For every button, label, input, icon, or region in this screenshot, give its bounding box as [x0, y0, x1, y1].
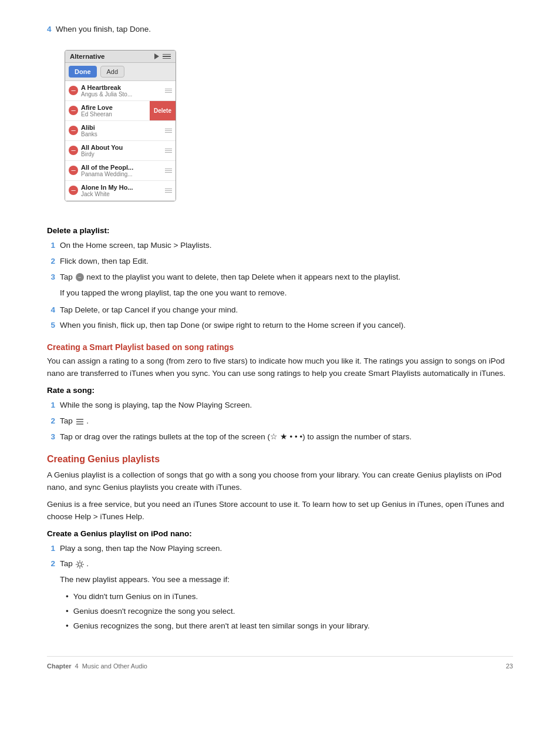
step-text: Tap . — [60, 558, 513, 570]
song-info: All of the Peopl... Panama Wedding... — [81, 164, 162, 177]
page-number: 23 — [506, 663, 513, 670]
device-title: Alternative — [70, 53, 104, 60]
delete-label[interactable]: Delete — [150, 101, 176, 120]
list-item: 4 Tap Delete, or tap Cancel if you chang… — [47, 304, 513, 317]
remove-button[interactable] — [69, 146, 78, 155]
step3-indent: If you tapped the wrong playlist, tap th… — [60, 287, 513, 300]
step-number: 1 — [47, 543, 55, 555]
smart-playlist-heading: Creating a Smart Playlist based on song … — [47, 342, 513, 352]
list-icon — [75, 418, 85, 425]
list-item: 2 Flick down, then tap Edit. — [47, 255, 513, 268]
remove-button[interactable] — [69, 166, 78, 175]
genius-section: Creating Genius playlists A Genius playl… — [47, 454, 513, 633]
step-number: 2 — [47, 558, 55, 570]
step-number: 1 — [47, 240, 55, 252]
song-title: All of the Peopl... — [81, 164, 162, 171]
device-song-item: Afire Love Ed Sheeran Delete — [65, 101, 176, 121]
device-song-item: A Heartbreak Angus & Julia Sto... — [65, 81, 176, 101]
menu-icon — [163, 54, 171, 59]
remove-button[interactable] — [69, 106, 78, 115]
step-number: 3 — [47, 271, 55, 284]
genius-bullets: You didn't turn Genius on in iTunes. Gen… — [66, 591, 513, 633]
list-item: 1 Play a song, then tap the Now Playing … — [47, 543, 513, 555]
step-text: While the song is playing, tap the Now P… — [60, 399, 513, 412]
list-item: Genius doesn't recognize the song you se… — [66, 606, 513, 618]
step4-intro: 4 When you finish, tap Done. — [47, 23, 513, 36]
list-item: 3 Tap or drag over the ratings bullets a… — [47, 431, 513, 443]
song-artist: Jack White — [81, 191, 162, 197]
delete-playlist-section: Delete a playlist: 1 On the Home screen,… — [47, 225, 513, 332]
step-text: When you finish, flick up, then tap Done… — [60, 320, 513, 332]
step-number: 2 — [47, 255, 55, 268]
song-title: Alone In My Ho... — [81, 184, 162, 191]
song-title: Afire Love — [81, 104, 141, 111]
song-title: All About You — [81, 144, 162, 151]
bullet-text: Genius doesn't recognize the song you se… — [73, 606, 235, 618]
song-artist: Angus & Julia Sto... — [81, 91, 162, 98]
drag-handle[interactable] — [165, 189, 172, 193]
step-text: Flick down, then tap Edit. — [60, 255, 513, 268]
drag-handle[interactable] — [165, 89, 172, 93]
tap-icon: – — [76, 273, 84, 281]
step-number: 4 — [47, 304, 55, 317]
step4-block: 4 When you finish, tap Done. Alternative… — [47, 23, 513, 214]
list-item: 2 Tap . — [47, 415, 513, 428]
bullet-text: Genius recognizes the song, but there ar… — [73, 620, 370, 633]
step-number: 1 — [47, 399, 55, 412]
device-title-bar: Alternative — [65, 51, 176, 63]
step-text: Tap – next to the playlist you want to d… — [60, 271, 513, 284]
device-screenshot: Alternative Done Add A Heartbreak — [65, 50, 176, 201]
drag-handle[interactable] — [165, 169, 172, 173]
song-title: A Heartbreak — [81, 84, 162, 91]
list-item: You didn't turn Genius on in iTunes. — [66, 591, 513, 603]
genius-note-block: The new playlist appears. You see a mess… — [60, 574, 513, 633]
step4-number: 4 — [47, 25, 52, 33]
gear-icon — [75, 560, 85, 569]
smart-playlist-section: Creating a Smart Playlist based on song … — [47, 342, 513, 443]
create-genius-heading: Create a Genius playlist on iPod nano: — [47, 528, 513, 540]
page-footer: Chapter 4 Music and Other Audio 23 — [47, 656, 513, 670]
remove-button[interactable] — [69, 86, 78, 95]
step-number: 2 — [47, 415, 55, 428]
genius-body1: A Genius playlist is a collection of son… — [47, 469, 513, 494]
device-add-button[interactable]: Add — [100, 66, 125, 78]
step-text: Tap . — [60, 415, 513, 428]
step3-indent-text: If you tapped the wrong playlist, tap th… — [60, 287, 513, 300]
genius-heading: Creating Genius playlists — [47, 454, 513, 465]
svg-line-10 — [82, 562, 83, 563]
chapter-info: Chapter 4 Music and Other Audio — [47, 663, 147, 670]
device-title-icons — [154, 53, 171, 59]
step-text: On the Home screen, tap Music > Playlist… — [60, 240, 513, 252]
step-text: Play a song, then tap the Now Playing sc… — [60, 543, 513, 555]
device-song-item: All of the Peopl... Panama Wedding... — [65, 161, 176, 181]
device-screen: Alternative Done Add A Heartbreak — [65, 50, 176, 201]
song-info: Afire Love Ed Sheeran — [81, 104, 141, 117]
device-toolbar: Done Add — [65, 63, 176, 81]
step4-text: When you finish, tap Done. — [56, 25, 151, 33]
song-artist: Ed Sheeran — [81, 111, 141, 117]
song-artist: Banks — [81, 131, 162, 137]
svg-line-11 — [77, 566, 78, 567]
drag-handle[interactable] — [165, 149, 172, 153]
svg-line-9 — [82, 566, 83, 567]
list-item: 2 Tap . — [47, 558, 513, 570]
song-title: Alibi — [81, 124, 162, 131]
device-song-item: Alone In My Ho... Jack White — [65, 181, 176, 201]
list-item: 1 On the Home screen, tap Music > Playli… — [47, 240, 513, 252]
drag-handle[interactable] — [165, 129, 172, 133]
remove-button[interactable] — [69, 186, 78, 195]
device-song-item: All About You Birdy — [65, 141, 176, 161]
song-info: Alone In My Ho... Jack White — [81, 184, 162, 197]
list-item: 1 While the song is playing, tap the Now… — [47, 399, 513, 412]
device-song-item: Alibi Banks — [65, 121, 176, 141]
device-done-button[interactable]: Done — [69, 66, 97, 78]
create-genius-steps: 1 Play a song, then tap the Now Playing … — [47, 543, 513, 571]
delete-playlist-heading: Delete a playlist: — [47, 225, 513, 237]
delete-playlist-steps: 1 On the Home screen, tap Music > Playli… — [47, 240, 513, 284]
bullet-text: You didn't turn Genius on in iTunes. — [73, 591, 198, 603]
delete-playlist-steps-cont: 4 Tap Delete, or tap Cancel if you chang… — [47, 304, 513, 332]
song-artist: Panama Wedding... — [81, 171, 162, 177]
device-song-list: A Heartbreak Angus & Julia Sto... Afire … — [65, 81, 176, 201]
svg-point-3 — [78, 563, 82, 566]
remove-button[interactable] — [69, 126, 78, 135]
